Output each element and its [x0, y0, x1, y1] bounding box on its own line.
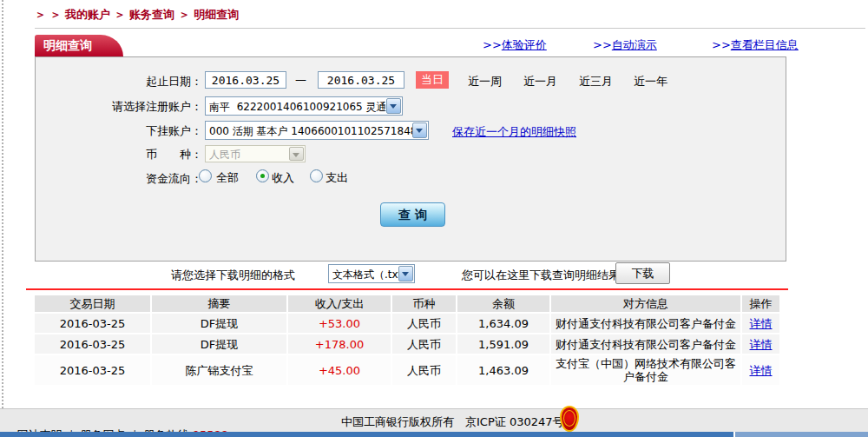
cell-counterparty: 财付通支付科技有限公司客户备付金	[549, 314, 740, 333]
header-summary: 摘要	[150, 295, 286, 312]
footer-blue-bar-right	[735, 432, 868, 437]
cell-date: 2016-03-25	[35, 355, 150, 385]
fund-flow-label: 资金流向：	[36, 171, 202, 187]
detail-link[interactable]: 详情	[750, 317, 773, 330]
register-account-label: 请选择注册账户：	[36, 99, 202, 115]
query-button[interactable]: 查 询	[380, 202, 445, 227]
header-balance: 余额	[456, 295, 549, 312]
cell-currency: 人民币	[391, 355, 456, 385]
detail-link[interactable]: 详情	[750, 364, 773, 377]
date-from-input[interactable]	[205, 71, 286, 89]
download-button[interactable]: 下载	[615, 262, 670, 284]
chevron-down-icon[interactable]	[412, 122, 427, 138]
last-week-filter[interactable]: 近一周	[468, 74, 502, 89]
today-filter-button[interactable]: 当日	[416, 71, 449, 89]
currency-value: 人民币	[209, 148, 240, 162]
header-counterparty: 对方信息	[549, 295, 740, 312]
flow-income-radio[interactable]	[256, 169, 269, 182]
currency-select-disabled: 人民币	[205, 145, 306, 162]
register-account-select[interactable]: 南平 6222001406100921065 灵通卡	[205, 96, 403, 116]
last-year-filter[interactable]: 近一年	[634, 74, 667, 89]
link-prefix: >>	[593, 38, 612, 51]
cell-currency: 人民币	[391, 314, 456, 333]
link-prefix: >>	[483, 38, 502, 51]
header-date: 交易日期	[35, 295, 150, 312]
cell-summary: DF提现	[150, 314, 286, 333]
register-account-value: 南平 6222001406100921065 灵通卡	[209, 100, 398, 115]
cell-balance: 1,634.09	[456, 314, 549, 333]
header-currency: 币种	[391, 295, 456, 312]
flow-expense-radio[interactable]	[310, 169, 323, 182]
download-hint-text: 您可以在这里下载查询明细结果	[462, 268, 620, 283]
table-header-row: 交易日期 摘要 收入/支出 币种 余额 对方信息 操作	[35, 295, 779, 312]
link-label: 体验评价	[502, 38, 547, 51]
sub-account-value: 000 活期 基本户 1406600101102571848	[209, 124, 417, 139]
query-form-panel: 起止日期： — 当日 近一周 近一月 近三月 近一年 请选择注册账户： 南平 6…	[35, 56, 786, 262]
cell-summary: 陈广锦支付宝	[150, 355, 286, 385]
cell-balance: 1,591.09	[456, 334, 549, 354]
auto-demo-link[interactable]: >>自动演示	[593, 37, 657, 53]
cell-action: 详情	[740, 355, 779, 385]
tab-detail-query: 明细查询	[35, 35, 101, 56]
download-format-label: 请您选择下载明细的格式	[171, 268, 295, 283]
download-format-select[interactable]: 文本格式（.txt）	[328, 264, 415, 283]
cell-action: 详情	[740, 314, 779, 333]
chevron-down-icon[interactable]	[386, 98, 401, 114]
date-to-input[interactable]	[318, 71, 404, 89]
link-label: 查看栏目信息	[731, 38, 799, 51]
chevron-down-icon	[289, 147, 304, 161]
header-amount: 收入/支出	[286, 295, 391, 312]
view-column-info-link[interactable]: >>查看栏目信息	[712, 37, 799, 53]
cell-amount: +178.00	[286, 334, 391, 354]
last-month-filter[interactable]: 近一月	[523, 74, 557, 89]
breadcrumb-divider	[35, 28, 865, 29]
table-row: 2016-03-25 陈广锦支付宝 +45.00 人民币 1,463.09 支付…	[35, 354, 779, 385]
copyright-text: 中国工商银行版权所有 京ICP证 030247号	[341, 414, 564, 430]
cell-amount: +53.00	[286, 314, 391, 333]
cell-amount: +45.00	[286, 355, 391, 385]
section-divider-red	[26, 288, 788, 290]
header-action: 操作	[740, 295, 779, 312]
transaction-table: 交易日期 摘要 收入/支出 币种 余额 对方信息 操作 2016-03-25 D…	[35, 295, 779, 385]
sub-account-select[interactable]: 000 活期 基本户 1406600101102571848	[205, 121, 429, 140]
date-range-label: 起止日期：	[36, 74, 202, 89]
cell-date: 2016-03-25	[35, 314, 150, 333]
footer-blue-bar	[0, 432, 733, 437]
currency-label: 币 种：	[36, 147, 202, 162]
save-snapshot-link[interactable]: 保存近一个月的明细快照	[452, 124, 576, 140]
link-prefix: >>	[712, 38, 731, 51]
cell-date: 2016-03-25	[35, 334, 150, 354]
flow-income-label[interactable]: 收入	[272, 170, 294, 186]
cell-counterparty: 财付通支付科技有限公司客户备付金	[549, 334, 740, 354]
table-row: 2016-03-25 DF提现 +178.00 人民币 1,591.09 财付通…	[35, 333, 779, 354]
chevron-down-icon[interactable]	[398, 266, 413, 281]
flow-all-radio[interactable]	[199, 169, 212, 182]
table-row: 2016-03-25 DF提现 +53.00 人民币 1,634.09 财付通支…	[35, 312, 779, 333]
cell-summary: DF提现	[150, 334, 286, 354]
transaction-detail-query-page: ＞ ＞ 我的账户 ＞ 账务查询 ＞ 明细查询 明细查询 >>体验评价 >>自动演…	[0, 0, 868, 437]
breadcrumb: ＞ ＞ 我的账户 ＞ 账务查询 ＞ 明细查询	[35, 7, 239, 23]
cell-currency: 人民币	[391, 334, 456, 354]
date-range-separator: —	[295, 73, 306, 86]
flow-expense-label[interactable]: 支出	[326, 170, 348, 186]
link-label: 自动演示	[612, 38, 657, 51]
detail-link[interactable]: 详情	[750, 338, 773, 351]
sub-account-label: 下挂账户：	[36, 123, 202, 139]
cell-balance: 1,463.09	[456, 355, 549, 385]
last-quarter-filter[interactable]: 近三月	[579, 74, 613, 89]
experience-review-link[interactable]: >>体验评价	[483, 37, 547, 53]
cell-action: 详情	[740, 334, 779, 354]
flow-all-label[interactable]: 全部	[216, 170, 239, 186]
left-dotted-divider	[2, 0, 3, 408]
cell-counterparty: 支付宝（中国）网络技术有限公司客户备付金	[549, 355, 740, 385]
